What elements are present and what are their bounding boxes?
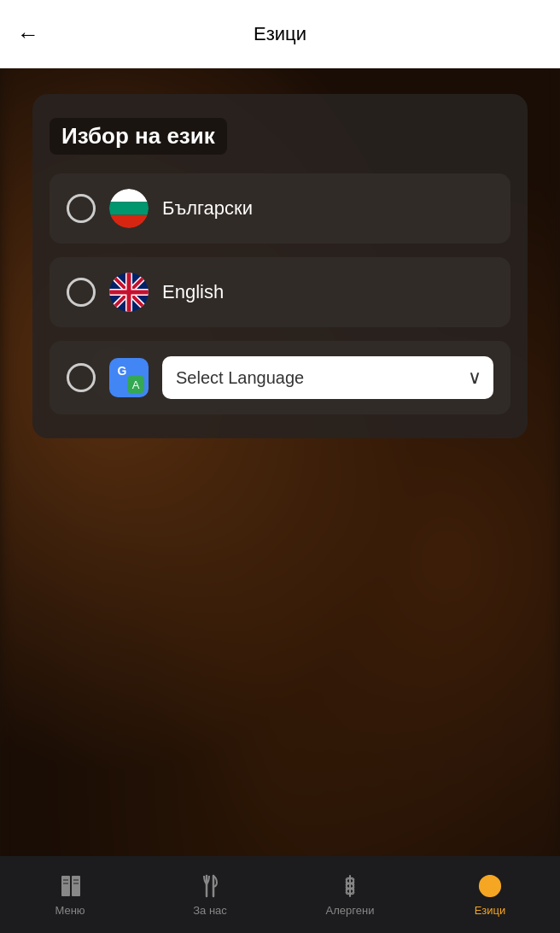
back-button[interactable]: ← — [17, 23, 39, 45]
wheat-icon — [336, 872, 364, 900]
google-translate-svg: G A — [114, 362, 144, 393]
radio-bulgarian — [67, 194, 96, 223]
cutlery-icon — [196, 872, 224, 900]
language-card: Избор на език Български — [32, 94, 528, 438]
nav-label-allergens: Алергени — [326, 904, 375, 917]
nav-item-about[interactable]: За нас — [140, 872, 280, 917]
svg-rect-13 — [109, 290, 149, 295]
allergens-svg — [338, 874, 362, 898]
book-icon — [56, 872, 84, 900]
flag-uk — [109, 273, 149, 312]
svg-text:A: A — [132, 378, 140, 391]
nav-item-menu[interactable]: Меню — [0, 872, 140, 917]
nav-label-menu: Меню — [55, 904, 85, 917]
svg-rect-23 — [73, 883, 79, 884]
select-language-wrapper[interactable]: Select Language Français Deutsch Español… — [162, 356, 493, 399]
header: ← Езици — [0, 0, 560, 68]
globe-icon — [476, 872, 504, 900]
nav-label-about: За нас — [193, 904, 227, 917]
svg-rect-1 — [109, 189, 149, 202]
card-title: Избор на език — [50, 118, 227, 155]
radio-translate — [67, 363, 96, 392]
language-option-bulgarian[interactable]: Български — [50, 173, 510, 244]
languages-svg — [477, 873, 503, 899]
language-option-translate[interactable]: G A Select Language Français Deutsch Esp… — [50, 341, 510, 414]
svg-rect-21 — [63, 883, 68, 884]
menu-svg — [58, 874, 82, 898]
svg-rect-2 — [109, 202, 149, 214]
svg-rect-20 — [63, 879, 68, 881]
main-content: Избор на език Български — [0, 68, 560, 856]
svg-text:G: G — [118, 364, 127, 378]
bottom-nav: Меню За нас Алер — [0, 856, 560, 933]
language-label-english: English — [162, 281, 224, 303]
svg-rect-19 — [72, 876, 80, 896]
nav-item-languages[interactable]: Езици — [420, 872, 560, 917]
google-translate-icon: G A — [109, 358, 149, 397]
nav-label-languages: Езици — [475, 904, 506, 917]
page-title: Езици — [254, 23, 306, 45]
language-option-english[interactable]: English — [50, 257, 510, 327]
language-label-bulgarian: Български — [162, 197, 253, 220]
select-language-dropdown[interactable]: Select Language Français Deutsch Español… — [162, 356, 493, 399]
nav-item-allergens[interactable]: Алергени — [280, 872, 420, 917]
svg-rect-18 — [61, 876, 70, 896]
svg-rect-3 — [109, 215, 149, 228]
about-svg — [198, 874, 222, 898]
radio-english — [67, 278, 96, 307]
svg-rect-22 — [73, 879, 79, 881]
flag-bulgaria — [109, 189, 149, 228]
